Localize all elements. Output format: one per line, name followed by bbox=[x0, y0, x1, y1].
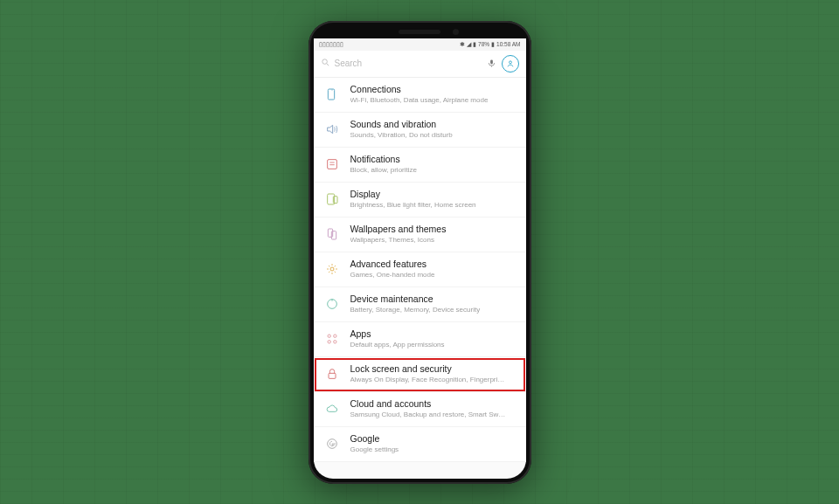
notifications-icon bbox=[324, 156, 340, 172]
row-title: Lock screen and security bbox=[350, 363, 517, 376]
mic-icon[interactable] bbox=[487, 56, 496, 72]
row-title: Google bbox=[350, 433, 517, 445]
svg-rect-11 bbox=[328, 229, 332, 237]
search-icon bbox=[321, 58, 330, 69]
svg-rect-20 bbox=[329, 373, 336, 378]
battery-percent: 78% bbox=[478, 41, 489, 47]
cloud-icon bbox=[324, 401, 340, 417]
apps-icon bbox=[324, 331, 340, 347]
row-text: Cloud and accountsSamsung Cloud, Backup … bbox=[350, 398, 517, 419]
row-title: Device maintenance bbox=[350, 293, 517, 306]
settings-row-advanced[interactable]: Advanced featuresGames, One-handed mode bbox=[314, 252, 526, 287]
row-title: Wallpapers and themes bbox=[350, 224, 517, 236]
svg-point-17 bbox=[333, 335, 336, 337]
row-text: Sounds and vibrationSounds, Vibration, D… bbox=[350, 119, 517, 140]
settings-row-maintenance[interactable]: Device maintenanceBattery, Storage, Memo… bbox=[314, 287, 526, 322]
row-subtitle: Brightness, Blue light filter, Home scre… bbox=[350, 201, 517, 210]
search-placeholder: Search bbox=[335, 59, 363, 68]
row-text: DisplayBrightness, Blue light filter, Ho… bbox=[350, 189, 517, 210]
settings-row-google[interactable]: GoogleGoogle settings bbox=[314, 427, 526, 462]
phone-screen: ▯▯▯▯▯▯▯ ✱ ◢ ▮ 78% ▮ 10:58 AM Search bbox=[314, 38, 526, 479]
settings-row-lock[interactable]: Lock screen and securityAlways On Displa… bbox=[314, 357, 526, 392]
wallpaper-icon bbox=[324, 226, 340, 242]
profile-button[interactable] bbox=[502, 55, 519, 72]
row-text: Advanced featuresGames, One-handed mode bbox=[350, 259, 517, 280]
svg-rect-12 bbox=[331, 231, 336, 239]
battery-icon: ▮ bbox=[491, 41, 495, 48]
row-subtitle: Google settings bbox=[350, 445, 517, 454]
row-subtitle: Sounds, Vibration, Do not disturb bbox=[350, 131, 517, 140]
row-subtitle: Games, One-handed mode bbox=[350, 271, 517, 280]
row-text: ConnectionsWi-Fi, Bluetooth, Data usage,… bbox=[350, 84, 517, 105]
bluetooth-icon: ✱ bbox=[460, 41, 465, 48]
svg-rect-5 bbox=[331, 90, 332, 91]
row-text: Device maintenanceBattery, Storage, Memo… bbox=[350, 293, 517, 314]
row-subtitle: Wallpapers, Themes, Icons bbox=[350, 236, 517, 245]
svg-point-13 bbox=[330, 267, 334, 271]
row-title: Display bbox=[350, 189, 517, 201]
row-text: GoogleGoogle settings bbox=[350, 433, 517, 454]
status-bar: ▯▯▯▯▯▯▯ ✱ ◢ ▮ 78% ▮ 10:58 AM bbox=[314, 38, 526, 51]
svg-rect-10 bbox=[333, 197, 337, 204]
row-text: Lock screen and securityAlways On Displa… bbox=[350, 363, 517, 384]
row-subtitle: Block, allow, prioritize bbox=[350, 166, 517, 175]
status-left-icons: ▯▯▯▯▯▯▯ bbox=[319, 41, 343, 48]
row-title: Sounds and vibration bbox=[350, 119, 517, 131]
row-title: Apps bbox=[350, 328, 517, 341]
svg-point-19 bbox=[333, 341, 336, 343]
google-icon bbox=[324, 436, 340, 452]
search-bar[interactable]: Search bbox=[314, 51, 526, 78]
settings-row-apps[interactable]: AppsDefault apps, App permissions bbox=[314, 322, 526, 357]
settings-row-wallpaper[interactable]: Wallpapers and themesWallpapers, Themes,… bbox=[314, 217, 526, 252]
settings-row-notifications[interactable]: NotificationsBlock, allow, prioritize bbox=[314, 148, 526, 183]
settings-row-cloud[interactable]: Cloud and accountsSamsung Cloud, Backup … bbox=[314, 392, 526, 427]
signal-icon: ▮ bbox=[473, 41, 476, 48]
row-text: Wallpapers and themesWallpapers, Themes,… bbox=[350, 224, 517, 245]
connections-icon bbox=[324, 86, 340, 102]
svg-rect-4 bbox=[328, 89, 334, 100]
settings-row-display[interactable]: DisplayBrightness, Blue light filter, Ho… bbox=[314, 183, 526, 217]
row-title: Notifications bbox=[350, 154, 517, 166]
row-title: Advanced features bbox=[350, 259, 517, 271]
lock-icon bbox=[324, 366, 340, 382]
advanced-icon bbox=[324, 261, 340, 277]
row-subtitle: Battery, Storage, Memory, Device securit… bbox=[350, 306, 517, 314]
row-title: Connections bbox=[350, 84, 517, 96]
row-subtitle: Samsung Cloud, Backup and restore, Smart… bbox=[350, 411, 517, 419]
svg-rect-6 bbox=[327, 160, 336, 169]
settings-row-sound[interactable]: Sounds and vibrationSounds, Vibration, D… bbox=[314, 113, 526, 148]
status-right: ✱ ◢ ▮ 78% ▮ 10:58 AM bbox=[460, 41, 520, 48]
row-subtitle: Wi-Fi, Bluetooth, Data usage, Airplane m… bbox=[350, 96, 517, 105]
svg-point-0 bbox=[322, 59, 327, 65]
sound-icon bbox=[324, 121, 340, 137]
row-title: Cloud and accounts bbox=[350, 398, 517, 411]
svg-point-3 bbox=[509, 60, 511, 63]
clock: 10:58 AM bbox=[496, 41, 520, 47]
svg-line-1 bbox=[326, 64, 328, 66]
phone-frame: ▯▯▯▯▯▯▯ ✱ ◢ ▮ 78% ▮ 10:58 AM Search bbox=[309, 21, 531, 484]
maintenance-icon bbox=[324, 296, 340, 312]
row-text: AppsDefault apps, App permissions bbox=[350, 328, 517, 349]
svg-rect-2 bbox=[490, 59, 493, 64]
svg-point-16 bbox=[328, 335, 330, 337]
svg-point-18 bbox=[328, 341, 330, 343]
row-text: NotificationsBlock, allow, prioritize bbox=[350, 154, 517, 175]
row-subtitle: Default apps, App permissions bbox=[350, 341, 517, 349]
settings-list[interactable]: ConnectionsWi-Fi, Bluetooth, Data usage,… bbox=[314, 78, 526, 479]
row-subtitle: Always On Display, Face Recognition, Fin… bbox=[350, 376, 517, 384]
settings-row-connections[interactable]: ConnectionsWi-Fi, Bluetooth, Data usage,… bbox=[314, 78, 526, 113]
display-icon bbox=[324, 191, 340, 207]
wifi-icon: ◢ bbox=[467, 41, 471, 48]
